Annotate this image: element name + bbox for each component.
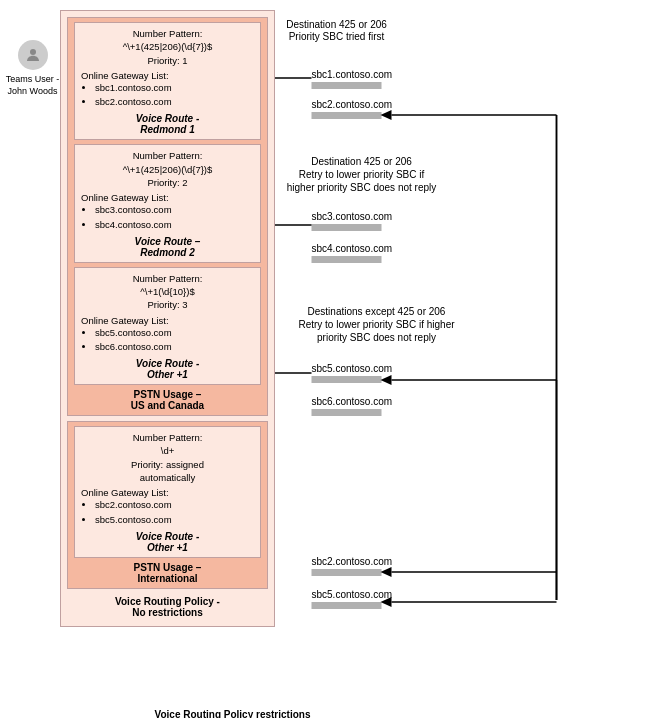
svg-text:sbc1.contoso.com: sbc1.contoso.com <box>312 69 393 80</box>
svg-rect-6 <box>312 112 382 119</box>
left-section: Teams User - John Woods Number Pattern:^… <box>5 10 275 718</box>
user-avatar <box>18 40 48 70</box>
user-label: Teams User - John Woods <box>5 10 60 97</box>
svg-text:priority SBC does not reply: priority SBC does not reply <box>317 332 436 343</box>
svg-rect-4 <box>312 82 382 89</box>
user-text: Teams User - John Woods <box>6 74 60 97</box>
number-pattern-1: Number Pattern:^\+1(425|206)(\d{7})$Prio… <box>81 27 254 67</box>
voice-route-label-4: Voice Route -Other +1 <box>81 531 254 553</box>
number-pattern-3: Number Pattern:^\+1(\d{10})$Priority: 3 <box>81 272 254 312</box>
pstn-usage-label-2: PSTN Usage –International <box>74 562 261 584</box>
svg-text:Retry to lower priority SBC if: Retry to lower priority SBC if higher <box>298 319 455 330</box>
voice-route-label-1: Voice Route -Redmond 1 <box>81 113 254 135</box>
policy-bottom-label: Voice Routing Policy -No restrictions <box>67 594 268 620</box>
svg-text:sbc6.contoso.com: sbc6.contoso.com <box>312 396 393 407</box>
svg-point-0 <box>30 49 36 55</box>
svg-rect-23 <box>312 376 382 383</box>
svg-marker-36 <box>381 567 392 577</box>
voice-route-box-2: Number Pattern:^\+1(425|206)(\d{7})$Prio… <box>74 144 261 262</box>
pstn-usage-label-1: PSTN Usage –US and Canada <box>74 389 261 411</box>
voice-route-label-2: Voice Route –Redmond 2 <box>81 236 254 258</box>
svg-rect-15 <box>312 224 382 231</box>
svg-rect-31 <box>312 569 382 576</box>
svg-rect-17 <box>312 256 382 263</box>
svg-marker-38 <box>381 597 392 607</box>
voice-route-box-1: Number Pattern:^\+1(425|206)(\d{7})$Prio… <box>74 22 261 140</box>
gateway-list-2: Online Gateway List: sbc3.contoso.com sb… <box>81 192 254 232</box>
svg-text:Retry to lower priority SBC if: Retry to lower priority SBC if <box>299 169 425 180</box>
arrows-svg: Destination 425 or 206 Priority SBC trie… <box>275 10 638 718</box>
svg-text:sbc5.contoso.com: sbc5.contoso.com <box>312 363 393 374</box>
gateway-list-3: Online Gateway List: sbc5.contoso.com sb… <box>81 315 254 355</box>
svg-text:sbc2.contoso.com: sbc2.contoso.com <box>312 556 393 567</box>
number-pattern-2: Number Pattern:^\+1(425|206)(\d{7})$Prio… <box>81 149 254 189</box>
main-container: Teams User - John Woods Number Pattern:^… <box>0 0 648 718</box>
pstn-usage-box-2: Number Pattern:\d+Priority: assignedauto… <box>67 421 268 589</box>
svg-text:sbc4.contoso.com: sbc4.contoso.com <box>312 243 393 254</box>
svg-text:higher priority SBC does not r: higher priority SBC does not reply <box>287 182 437 193</box>
gateway-list-1: Online Gateway List: sbc1.contoso.com sb… <box>81 70 254 110</box>
voice-route-label-3: Voice Route -Other +1 <box>81 358 254 380</box>
gateway-list-4: Online Gateway List: sbc2.contoso.com sb… <box>81 487 254 527</box>
svg-text:Destinations except 425 or 206: Destinations except 425 or 206 <box>308 306 446 317</box>
number-pattern-4: Number Pattern:\d+Priority: assignedauto… <box>81 431 254 484</box>
svg-text:sbc5.contoso.com: sbc5.contoso.com <box>312 589 393 600</box>
svg-text:sbc2.contoso.com: sbc2.contoso.com <box>312 99 393 110</box>
svg-text:sbc3.contoso.com: sbc3.contoso.com <box>312 211 393 222</box>
svg-text:Destination 425 or 206: Destination 425 or 206 <box>311 156 412 167</box>
svg-text:Destination 425 or 206: Destination 425 or 206 <box>286 19 387 30</box>
svg-text:Priority SBC tried first: Priority SBC tried first <box>289 31 385 42</box>
voice-route-box-4: Number Pattern:\d+Priority: assignedauto… <box>74 426 261 558</box>
voice-route-box-3: Number Pattern:^\+1(\d{10})$Priority: 3 … <box>74 267 261 385</box>
pstn-usage-box-1: Number Pattern:^\+1(425|206)(\d{7})$Prio… <box>67 17 268 416</box>
svg-rect-33 <box>312 602 382 609</box>
svg-marker-9 <box>381 110 392 120</box>
svg-marker-29 <box>381 375 392 385</box>
policy-outer-box: Number Pattern:^\+1(425|206)(\d{7})$Prio… <box>60 10 275 627</box>
svg-rect-25 <box>312 409 382 416</box>
right-section: Destination 425 or 206 Priority SBC trie… <box>275 10 638 718</box>
vrp-restrictions-label: Voice Routing Policy restrictions <box>87 708 378 718</box>
